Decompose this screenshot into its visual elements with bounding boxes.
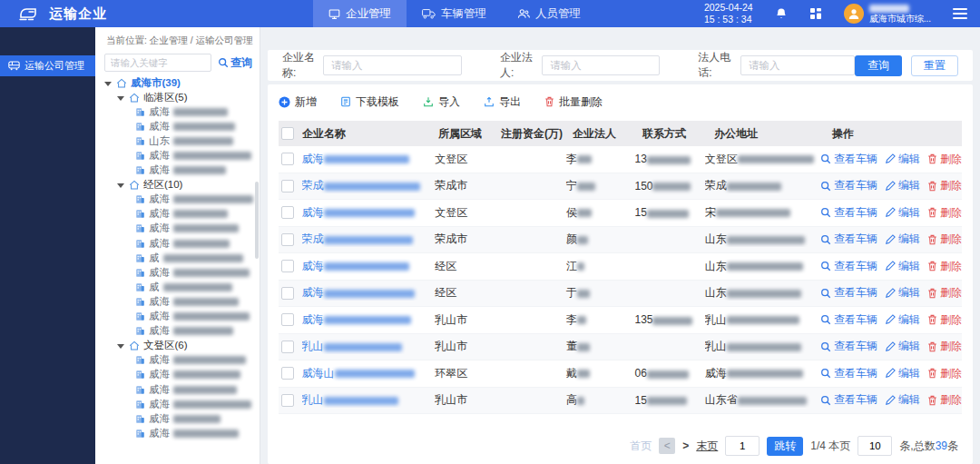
legal-phone-input[interactable] xyxy=(740,55,855,75)
tree-node-company[interactable]: 威海 xyxy=(95,148,260,163)
enterprise-name-link[interactable]: 乳山 xyxy=(302,340,324,352)
tree-node-company[interactable]: 威海 xyxy=(95,222,260,236)
tree-node-company[interactable]: 威海 xyxy=(95,310,260,324)
prev-page-button[interactable]: < xyxy=(659,438,675,454)
tree-node-company[interactable]: 威海 xyxy=(95,163,260,178)
last-page-link[interactable]: 末页 xyxy=(696,439,718,454)
next-page-button[interactable]: > xyxy=(682,439,689,452)
delete-button[interactable]: 删除 xyxy=(927,285,962,301)
enterprise-name-input[interactable] xyxy=(323,55,462,75)
edit-button[interactable]: 编辑 xyxy=(885,312,920,328)
view-vehicles-button[interactable]: 查看车辆 xyxy=(820,152,877,167)
tree-node[interactable]: 文登区(6) xyxy=(95,339,260,353)
tree-node[interactable]: 经区(10) xyxy=(95,178,260,193)
edit-button[interactable]: 编辑 xyxy=(885,339,920,354)
tree-node-company[interactable]: 威海 xyxy=(95,353,260,368)
row-checkbox[interactable] xyxy=(281,367,294,380)
edit-button[interactable]: 编辑 xyxy=(885,285,920,301)
enterprise-name-link[interactable]: 荣成 xyxy=(302,232,324,245)
view-vehicles-button[interactable]: 查看车辆 xyxy=(820,259,877,274)
tree-node[interactable]: 南海新区(0) xyxy=(95,440,260,441)
view-vehicles-button[interactable]: 查看车辆 xyxy=(820,285,877,301)
jump-button[interactable]: 跳转 xyxy=(767,437,803,456)
tree-node-company[interactable]: 威海 xyxy=(95,368,260,382)
delete-button[interactable]: 删除 xyxy=(927,232,962,247)
caret-down-icon[interactable] xyxy=(117,344,124,349)
delete-button[interactable]: 删除 xyxy=(927,392,962,408)
batch-delete-button[interactable]: 批量删除 xyxy=(544,94,603,110)
delete-button[interactable]: 删除 xyxy=(927,312,962,328)
tab-personnel[interactable]: 人员管理 xyxy=(502,0,596,27)
tree-node-company[interactable]: 威海 xyxy=(95,193,260,207)
user-menu[interactable]: 威海市城市综... xyxy=(844,3,931,25)
edit-button[interactable]: 编辑 xyxy=(885,152,920,167)
first-page-link[interactable]: 首页 xyxy=(630,439,652,454)
tree-node-company[interactable]: 威海 xyxy=(95,236,260,251)
edit-button[interactable]: 编辑 xyxy=(885,392,920,408)
add-button[interactable]: 新增 xyxy=(279,94,317,110)
caret-down-icon[interactable] xyxy=(117,183,124,188)
edit-button[interactable]: 编辑 xyxy=(885,259,920,274)
nav-item-transport-company[interactable]: 运输公司管理 xyxy=(0,55,95,76)
view-vehicles-button[interactable]: 查看车辆 xyxy=(820,339,877,354)
bell-icon[interactable] xyxy=(775,7,788,20)
enterprise-name-link[interactable]: 威海 xyxy=(302,286,324,299)
hamburger-menu-icon[interactable] xyxy=(953,8,967,19)
row-checkbox[interactable] xyxy=(281,180,294,193)
keyword-search-input[interactable] xyxy=(104,54,211,72)
tree-node-company[interactable]: 威海 xyxy=(95,411,260,426)
row-checkbox[interactable] xyxy=(281,313,294,326)
tree-node-company[interactable]: 威 xyxy=(95,251,260,265)
tree-node-company[interactable]: 威海 xyxy=(95,207,260,222)
edit-button[interactable]: 编辑 xyxy=(885,205,920,221)
enterprise-name-link[interactable]: 荣成 xyxy=(302,179,324,192)
edit-button[interactable]: 编辑 xyxy=(885,178,920,193)
tree-node-company[interactable]: 威 xyxy=(95,280,260,294)
tree-node-company[interactable]: 威海 xyxy=(95,426,260,440)
view-vehicles-button[interactable]: 查看车辆 xyxy=(820,205,877,221)
delete-button[interactable]: 删除 xyxy=(927,205,962,221)
delete-button[interactable]: 删除 xyxy=(927,178,962,193)
row-checkbox[interactable] xyxy=(281,260,294,272)
row-checkbox[interactable] xyxy=(281,341,294,353)
download-template-button[interactable]: 下载模板 xyxy=(340,94,399,110)
tree-scrollbar[interactable] xyxy=(255,182,259,259)
view-vehicles-button[interactable]: 查看车辆 xyxy=(820,366,877,381)
enterprise-name-link[interactable]: 威海山 xyxy=(302,367,335,380)
row-checkbox[interactable] xyxy=(281,153,294,165)
tree-node-company[interactable]: 威海 xyxy=(95,397,260,411)
delete-button[interactable]: 删除 xyxy=(927,366,962,381)
delete-button[interactable]: 删除 xyxy=(927,339,962,354)
import-button[interactable]: 导入 xyxy=(423,94,460,110)
tab-enterprise[interactable]: 企业管理 xyxy=(313,0,407,27)
delete-button[interactable]: 删除 xyxy=(927,152,962,167)
apps-grid-icon[interactable] xyxy=(809,7,822,20)
caret-down-icon[interactable] xyxy=(104,82,112,86)
row-checkbox[interactable] xyxy=(281,206,294,219)
tree-node-company[interactable]: 山东 xyxy=(95,133,260,148)
enterprise-name-link[interactable]: 威海 xyxy=(302,313,324,326)
row-checkbox[interactable] xyxy=(281,394,294,407)
tree-node-company[interactable]: 威海 xyxy=(95,382,260,397)
select-all-checkbox[interactable] xyxy=(281,127,294,140)
view-vehicles-button[interactable]: 查看车辆 xyxy=(820,232,877,247)
page-number-input[interactable] xyxy=(725,436,760,456)
tree-node[interactable]: 临港区(5) xyxy=(95,90,260,104)
tree-node[interactable]: 威海市(39) xyxy=(95,75,260,90)
delete-button[interactable]: 删除 xyxy=(927,259,962,274)
edit-button[interactable]: 编辑 xyxy=(885,232,920,247)
tree-node-company[interactable]: 威海 xyxy=(95,324,260,339)
tree-node-company[interactable]: 威海 xyxy=(95,119,260,133)
enterprise-name-link[interactable]: 乳山 xyxy=(302,393,324,406)
row-checkbox[interactable] xyxy=(281,287,294,300)
edit-button[interactable]: 编辑 xyxy=(885,366,920,381)
tree-search-button[interactable]: 查询 xyxy=(218,55,252,71)
legal-person-input[interactable] xyxy=(542,55,660,75)
view-vehicles-button[interactable]: 查看车辆 xyxy=(820,392,877,408)
tab-vehicle[interactable]: 车辆管理 xyxy=(407,0,502,27)
tree-node-company[interactable]: 威海 xyxy=(95,104,260,119)
enterprise-name-link[interactable]: 威海 xyxy=(302,260,324,272)
view-vehicles-button[interactable]: 查看车辆 xyxy=(820,312,877,328)
page-size-input[interactable] xyxy=(858,436,892,456)
reset-button[interactable]: 重置 xyxy=(911,55,958,76)
